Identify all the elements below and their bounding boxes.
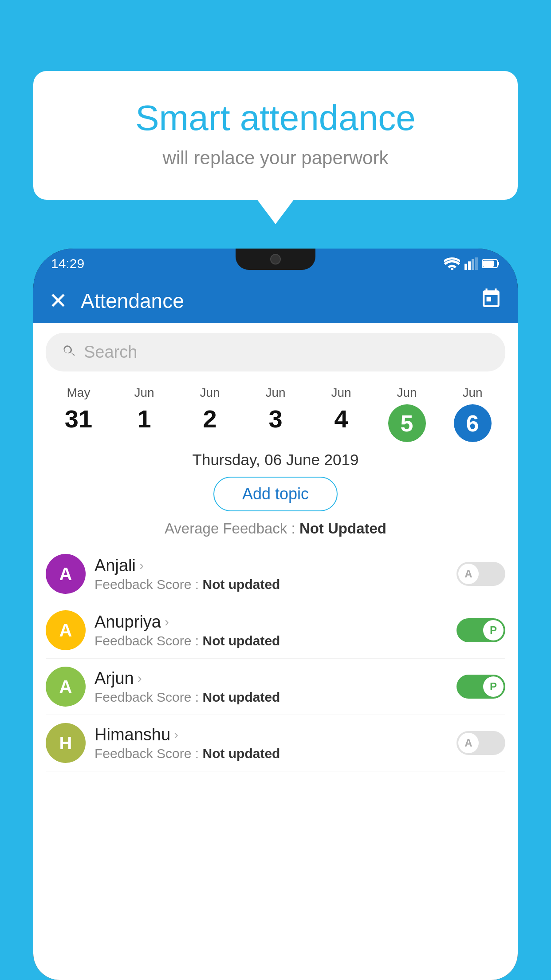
search-bar[interactable]: Search <box>46 333 505 371</box>
chevron-arjun: › <box>138 671 142 686</box>
student-row-anupriya[interactable]: A Anupriya › Feedback Score : Not update… <box>46 602 505 659</box>
feedback-anupriya: Feedback Score : Not updated <box>94 633 448 648</box>
date-col-jun1[interactable]: Jun 1 <box>111 381 177 447</box>
wifi-icon <box>444 257 460 270</box>
date-month-3: Jun <box>200 386 220 400</box>
avg-feedback: Average Feedback : Not Updated <box>33 520 518 537</box>
chevron-himanshu: › <box>174 727 178 742</box>
chevron-anupriya: › <box>165 614 169 629</box>
student-info-arjun: Arjun › Feedback Score : Not updated <box>94 669 448 705</box>
add-topic-button[interactable]: Add topic <box>213 477 338 511</box>
signal-icon <box>464 257 478 270</box>
date-circle-green: 5 <box>388 404 426 442</box>
toggle-knob-himanshu: A <box>458 733 479 753</box>
student-row-himanshu[interactable]: H Himanshu › Feedback Score : Not update… <box>46 715 505 771</box>
date-col-jun3[interactable]: Jun 3 <box>243 381 308 447</box>
svg-rect-3 <box>472 259 474 270</box>
date-month-2: Jun <box>134 386 154 400</box>
app-bar: ✕ Attendance <box>33 279 518 323</box>
toggle-himanshu[interactable]: A <box>457 731 505 755</box>
date-col-may31[interactable]: May 31 <box>46 381 111 447</box>
date-month-7: Jun <box>462 386 482 400</box>
student-name-anupriya: Anupriya › <box>94 612 448 632</box>
avatar-arjun: A <box>46 667 86 707</box>
toggle-knob-anjali: A <box>458 564 479 584</box>
toggle-anjali[interactable]: A <box>457 562 505 586</box>
date-day-4: 3 <box>268 404 282 433</box>
phone-screen: Search May 31 Jun 1 Jun 2 Jun 3 Jun 4 <box>33 323 518 980</box>
toggle-arjun[interactable]: P <box>457 675 505 699</box>
svg-point-0 <box>451 268 453 270</box>
search-icon <box>61 344 77 361</box>
avg-feedback-value: Not Updated <box>299 520 386 537</box>
feedback-arjun: Feedback Score : Not updated <box>94 690 448 705</box>
date-day-2: 1 <box>137 404 151 433</box>
date-month-5: Jun <box>331 386 351 400</box>
feedback-anjali: Feedback Score : Not updated <box>94 577 448 592</box>
svg-rect-4 <box>475 257 478 270</box>
svg-rect-2 <box>468 261 471 270</box>
avg-feedback-label: Average Feedback : <box>165 520 299 537</box>
chevron-anjali: › <box>139 558 144 573</box>
svg-rect-6 <box>497 262 499 265</box>
feedback-himanshu: Feedback Score : Not updated <box>94 746 448 761</box>
date-col-jun6[interactable]: Jun 6 <box>440 381 505 447</box>
date-day-5: 4 <box>334 404 348 433</box>
date-month-4: Jun <box>265 386 285 400</box>
student-info-himanshu: Himanshu › Feedback Score : Not updated <box>94 725 448 761</box>
speech-bubble: Smart attendance will replace your paper… <box>33 71 518 200</box>
avatar-himanshu: H <box>46 723 86 763</box>
svg-rect-1 <box>464 264 467 270</box>
date-circle-blue: 6 <box>454 404 492 442</box>
phone-frame: 14:29 ✕ Attendance <box>33 249 518 980</box>
close-button[interactable]: ✕ <box>49 288 67 314</box>
status-icons <box>444 257 500 270</box>
phone-notch <box>236 249 315 270</box>
avatar-anupriya: A <box>46 610 86 650</box>
selected-date-label: Thursday, 06 June 2019 <box>33 451 518 469</box>
toggle-knob-arjun: P <box>483 676 504 697</box>
date-month-1: May <box>67 386 91 400</box>
search-placeholder: Search <box>84 343 137 362</box>
date-col-jun2[interactable]: Jun 2 <box>177 381 243 447</box>
date-day-1: 31 <box>65 404 92 433</box>
student-info-anupriya: Anupriya › Feedback Score : Not updated <box>94 612 448 648</box>
toggle-knob-anupriya: P <box>483 620 504 640</box>
student-name-anjali: Anjali › <box>94 556 448 575</box>
app-bar-title: Attendance <box>81 289 480 313</box>
avatar-anjali: A <box>46 554 86 594</box>
student-info-anjali: Anjali › Feedback Score : Not updated <box>94 556 448 592</box>
date-col-jun4[interactable]: Jun 4 <box>308 381 374 447</box>
bubble-subtitle: will replace your paperwork <box>69 147 482 169</box>
battery-icon <box>482 259 500 269</box>
student-name-arjun: Arjun › <box>94 669 448 688</box>
camera <box>270 254 281 265</box>
status-time: 14:29 <box>51 256 84 271</box>
student-row-arjun[interactable]: A Arjun › Feedback Score : Not updated P <box>46 659 505 715</box>
bubble-title: Smart attendance <box>69 98 482 138</box>
calendar-icon[interactable] <box>480 288 502 314</box>
date-month-6: Jun <box>397 386 417 400</box>
date-col-jun5[interactable]: Jun 5 <box>374 381 440 447</box>
date-day-3: 2 <box>203 404 216 433</box>
date-strip: May 31 Jun 1 Jun 2 Jun 3 Jun 4 Jun 5 <box>33 381 518 447</box>
svg-rect-7 <box>483 261 494 267</box>
student-row-anjali[interactable]: A Anjali › Feedback Score : Not updated … <box>46 546 505 602</box>
student-list: A Anjali › Feedback Score : Not updated … <box>33 546 518 771</box>
toggle-anupriya[interactable]: P <box>457 618 505 642</box>
student-name-himanshu: Himanshu › <box>94 725 448 744</box>
add-topic-label: Add topic <box>242 485 309 503</box>
